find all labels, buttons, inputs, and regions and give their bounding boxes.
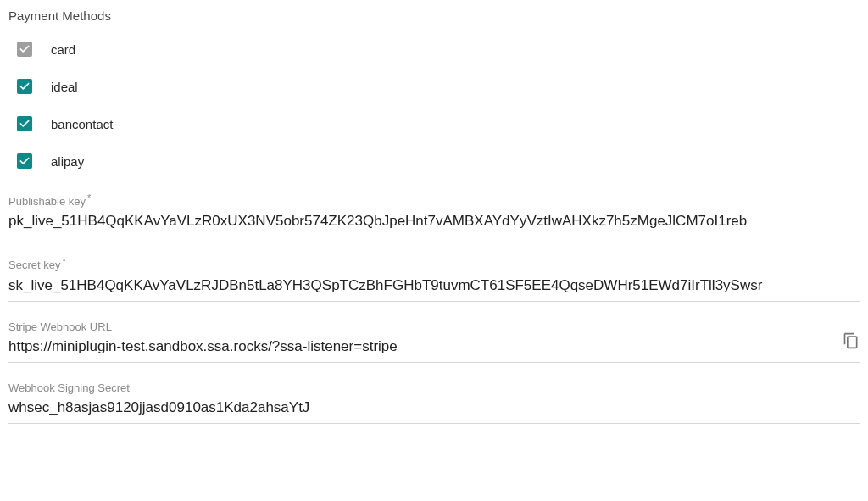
label-webhook-url: Stripe Webhook URL xyxy=(8,320,860,333)
input-publishable-key[interactable] xyxy=(8,211,860,235)
label-publishable-key: Publishable key* xyxy=(8,192,860,208)
payment-methods-list: card ideal bancontact alipay xyxy=(17,42,860,169)
checkbox-bancontact[interactable] xyxy=(17,116,32,131)
checkbox-label-ideal: ideal xyxy=(51,80,78,94)
checkbox-label-card: card xyxy=(51,42,75,57)
check-icon xyxy=(19,155,31,167)
check-icon xyxy=(19,81,31,92)
label-secret-key: Secret key* xyxy=(8,256,860,271)
field-webhook-url: Stripe Webhook URL xyxy=(8,320,860,363)
fields-section: Publishable key* Secret key* Stripe Webh… xyxy=(8,192,860,424)
input-secret-key[interactable] xyxy=(8,276,860,299)
field-secret-key: Secret key* xyxy=(8,256,860,301)
field-webhook-signing-secret: Webhook Signing Secret xyxy=(8,381,860,424)
payment-method-alipay[interactable]: alipay xyxy=(17,153,860,169)
payment-method-card[interactable]: card xyxy=(17,42,860,57)
input-webhook-url[interactable] xyxy=(8,337,860,360)
check-icon xyxy=(19,43,31,55)
payment-method-bancontact[interactable]: bancontact xyxy=(17,116,860,131)
checkbox-label-bancontact: bancontact xyxy=(51,117,113,131)
checkbox-label-alipay: alipay xyxy=(51,154,84,169)
copy-icon[interactable] xyxy=(843,332,860,349)
checkbox-alipay[interactable] xyxy=(17,153,32,169)
check-icon xyxy=(19,118,31,130)
checkbox-ideal[interactable] xyxy=(17,79,32,94)
checkbox-card[interactable] xyxy=(17,42,32,57)
label-webhook-signing-secret: Webhook Signing Secret xyxy=(8,381,860,394)
input-webhook-signing-secret[interactable] xyxy=(8,398,860,421)
payment-method-ideal[interactable]: ideal xyxy=(17,79,860,94)
field-publishable-key: Publishable key* xyxy=(8,192,860,237)
section-title: Payment Methods xyxy=(8,8,860,23)
